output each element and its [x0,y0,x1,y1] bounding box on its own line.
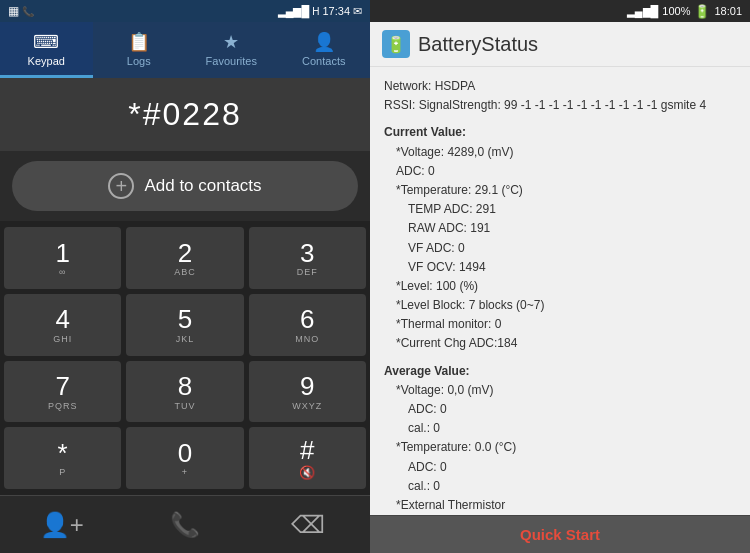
signal-icon: ▂▄▆█ [278,5,310,18]
key-4[interactable]: 4 GHI [4,294,121,356]
status-bar-right: ▂▄▆█ 100% 🔋 18:01 [370,0,750,22]
key-hash-main: # [300,436,314,465]
key-1-sub: ∞ [59,267,66,277]
vf-adc-line: VF ADC: 0 [408,239,736,258]
key-1[interactable]: 1 ∞ [4,227,121,289]
quick-start-label: Quick Start [520,526,600,543]
battery-content: Network: HSDPA RSSI: SignalStrength: 99 … [370,67,750,515]
level-line: *Level: 100 (%) [396,277,736,296]
add-contacts-label: Add to contacts [144,176,261,196]
add-plus-icon: + [108,173,134,199]
tab-bar: ⌨ Keypad 📋 Logs ★ Favourites 👤 Contacts [0,22,370,78]
sim-icon: ▦ [8,4,19,18]
signal-right-icon: ▂▄▆█ [627,5,659,18]
keypad-icon: ⌨ [33,31,59,53]
average-value-label: Average Value: [384,362,736,381]
current-chg-line: *Current Chg ADC:184 [396,334,736,353]
key-star[interactable]: * P [4,427,121,489]
dial-display: *#0228 [0,78,370,151]
battery-app-icon: 🔋 [382,30,410,58]
add-contact-icon: 👤+ [40,511,84,539]
time-left: 17:34 [322,5,350,17]
vf-ocv-line: VF OCV: 1494 [408,258,736,277]
key-7-sub: PQRS [48,401,78,411]
adc-line-1: ADC: 0 [396,162,736,181]
tab-logs[interactable]: 📋 Logs [93,22,186,78]
dial-number: *#0228 [128,96,241,132]
key-0[interactable]: 0 + [126,427,243,489]
logs-icon: 📋 [128,31,150,53]
key-5-sub: JKL [176,334,195,344]
key-5[interactable]: 5 JKL [126,294,243,356]
battery-icon: 🔋 [694,4,710,19]
delete-icon: ⌫ [291,511,325,539]
ext-therm-line: *External Thermistor [396,496,736,515]
key-hash-sub: 🔇 [299,465,316,480]
tab-contacts-label: Contacts [302,55,345,67]
temp-line: *Temperature: 29.1 (°C) [396,181,736,200]
right-left-status: ▂▄▆█ H 17:34 ✉ [278,5,362,18]
key-6-sub: MNO [295,334,319,344]
key-6[interactable]: 6 MNO [249,294,366,356]
avg-voltage-line: *Voltage: 0,0 (mV) [396,381,736,400]
avg-cal-2-line: cal.: 0 [408,477,736,496]
network-section: Network: HSDPA RSSI: SignalStrength: 99 … [384,77,736,115]
battery-panel: 🔋 BatteryStatus Network: HSDPA RSSI: Sig… [370,0,750,553]
key-9[interactable]: 9 WXYZ [249,361,366,423]
tab-favourites-label: Favourites [206,55,257,67]
network-line: Network: HSDPA [384,77,736,96]
phone-icon: 📞 [22,6,34,17]
key-3-main: 3 [300,239,314,268]
key-5-main: 5 [178,305,192,334]
key-hash[interactable]: # 🔇 [249,427,366,489]
key-8-main: 8 [178,372,192,401]
tab-favourites[interactable]: ★ Favourites [185,22,278,78]
battery-percent: 100% [662,5,690,17]
keypad-grid: 1 ∞ 2 ABC 3 DEF 4 GHI 5 JKL 6 MNO [0,221,370,495]
add-contacts-button[interactable]: + Add to contacts [12,161,358,211]
key-2[interactable]: 2 ABC [126,227,243,289]
voltage-line: *Voltage: 4289,0 (mV) [396,143,736,162]
envelope-icon: ✉ [353,5,362,18]
tab-keypad[interactable]: ⌨ Keypad [0,22,93,78]
tab-keypad-label: Keypad [28,55,65,67]
key-8[interactable]: 8 TUV [126,361,243,423]
key-3[interactable]: 3 DEF [249,227,366,289]
key-8-sub: TUV [174,401,195,411]
key-9-main: 9 [300,372,314,401]
temp-adc-line: TEMP ADC: 291 [408,200,736,219]
current-value-section: Current Value: *Voltage: 4289,0 (mV) ADC… [384,123,736,353]
key-2-sub: ABC [174,267,196,277]
left-status-icons: ▦ 📞 [8,4,34,18]
key-6-main: 6 [300,305,314,334]
avg-temp-line: *Temperature: 0.0 (°C) [396,438,736,457]
time-right: 18:01 [714,5,742,17]
key-0-main: 0 [178,439,192,468]
thermal-line: *Thermal monitor: 0 [396,315,736,334]
raw-adc-line: RAW ADC: 191 [408,219,736,238]
call-icon: 📞 [170,511,200,539]
key-star-sub: P [59,467,66,477]
call-button[interactable]: 📞 [123,496,246,553]
add-contact-bottom-button[interactable]: 👤+ [0,496,123,553]
key-7[interactable]: 7 PQRS [4,361,121,423]
contacts-icon: 👤 [313,31,335,53]
avg-adc-2-line: ADC: 0 [408,458,736,477]
key-star-main: * [58,439,68,468]
delete-button[interactable]: ⌫ [247,496,370,553]
battery-header: 🔋 BatteryStatus [370,22,750,67]
level-block-line: *Level Block: 7 blocks (0~7) [396,296,736,315]
tab-contacts[interactable]: 👤 Contacts [278,22,371,78]
quick-start-button[interactable]: Quick Start [370,515,750,553]
current-value-label: Current Value: [384,123,736,142]
status-bar-left: ▦ 📞 ▂▄▆█ H 17:34 ✉ [0,0,370,22]
tab-logs-label: Logs [127,55,151,67]
phone-panel: ⌨ Keypad 📋 Logs ★ Favourites 👤 Contacts … [0,0,370,553]
main-container: ▦ 📞 ▂▄▆█ H 17:34 ✉ ▂▄▆█ 100% 🔋 18:01 ⌨ K… [0,0,750,553]
favourites-icon: ★ [223,31,239,53]
battery-app-title: BatteryStatus [418,33,538,56]
rssi-line: RSSI: SignalStrength: 99 -1 -1 -1 -1 -1 … [384,96,736,115]
key-0-sub: + [182,467,188,477]
key-2-main: 2 [178,239,192,268]
avg-cal-line: cal.: 0 [408,419,736,438]
